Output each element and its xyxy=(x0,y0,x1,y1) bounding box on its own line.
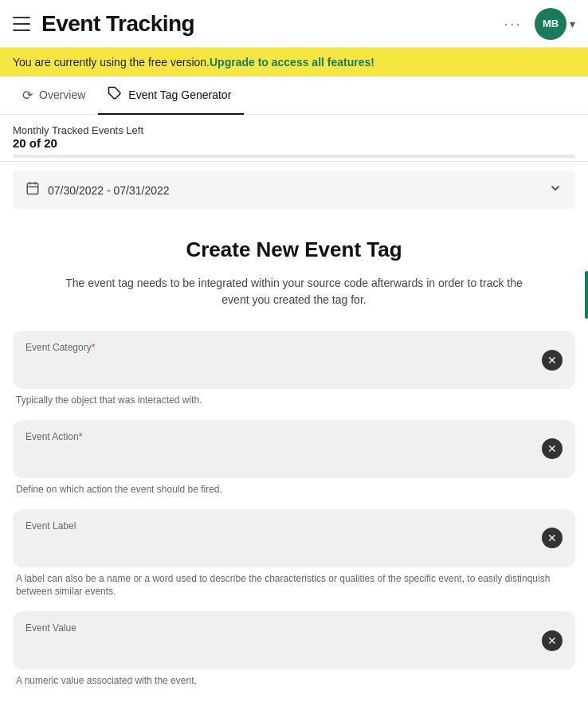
progress-bar xyxy=(13,155,575,158)
date-picker[interactable]: 07/30/2022 - 07/31/2022 xyxy=(13,171,575,209)
event-value-clear-button[interactable]: ✕ xyxy=(542,630,563,651)
stats-bar: Monthly Tracked Events Left 20 of 20 xyxy=(0,115,588,162)
event-action-field[interactable]: Event Action* ✕ xyxy=(13,420,575,478)
tab-overview[interactable]: ⟳ Overview xyxy=(13,77,98,115)
stats-value: 20 of 20 xyxy=(13,136,575,150)
avatar[interactable]: MB xyxy=(535,8,566,40)
hamburger-menu-icon[interactable] xyxy=(13,17,30,31)
event-label-clear-button[interactable]: ✕ xyxy=(542,528,563,548)
overview-tab-icon: ⟳ xyxy=(22,88,33,103)
progress-bar-fill xyxy=(13,155,575,158)
event-label-label: Event Label xyxy=(25,520,534,532)
stats-label: Monthly Tracked Events Left xyxy=(13,124,575,136)
event-category-input[interactable] xyxy=(25,355,534,377)
form-title: Create New Event Tag xyxy=(13,237,575,262)
header: Event Tracking ··· MB ▾ xyxy=(0,0,588,48)
page-title: Event Tracking xyxy=(41,11,504,37)
header-right: ··· MB ▾ xyxy=(504,8,575,40)
event-category-clear-button[interactable]: ✕ xyxy=(542,350,563,371)
event-label-input[interactable] xyxy=(25,533,534,555)
tab-event-tag-generator[interactable]: Event Tag Generator xyxy=(98,77,244,115)
event-label-hint: A label can also be a name or a word use… xyxy=(13,572,575,599)
tab-overview-label: Overview xyxy=(39,88,85,101)
more-options-icon[interactable]: ··· xyxy=(504,14,522,33)
event-value-wrapper: Event Value xyxy=(25,622,534,658)
event-label-container: Event Label ✕ A label can also be a name… xyxy=(13,509,575,599)
event-action-wrapper: Event Action* xyxy=(25,431,534,467)
event-category-wrapper: Event Category* xyxy=(25,342,534,378)
event-value-hint: A numeric value associated with the even… xyxy=(13,674,575,688)
avatar-chevron-icon[interactable]: ▾ xyxy=(570,18,575,30)
event-value-field[interactable]: Event Value ✕ xyxy=(13,611,575,669)
event-category-hint: Typically the object that was interacted… xyxy=(13,394,575,407)
event-tag-tab-icon xyxy=(108,86,122,104)
event-value-label: Event Value xyxy=(25,622,534,634)
svg-rect-1 xyxy=(27,183,38,194)
event-category-field[interactable]: Event Category* ✕ xyxy=(13,331,575,389)
main-content: Create New Event Tag The event tag needs… xyxy=(0,218,588,713)
event-value-input[interactable] xyxy=(25,635,534,657)
form-description: The event tag needs to be integrated wit… xyxy=(55,275,533,308)
tabs-container: ⟳ Overview Event Tag Generator xyxy=(0,77,588,115)
upgrade-banner: You are currently using the free version… xyxy=(0,48,588,77)
event-category-label: Event Category* xyxy=(25,342,534,353)
date-picker-inner: 07/30/2022 - 07/31/2022 xyxy=(25,181,170,199)
event-action-input[interactable] xyxy=(25,444,534,466)
date-picker-chevron-icon xyxy=(548,181,563,199)
calendar-icon xyxy=(25,181,40,199)
event-category-container: Event Category* ✕ Typically the object t… xyxy=(13,331,575,407)
event-label-field[interactable]: Event Label ✕ xyxy=(13,509,575,567)
page-wrapper: Event Tracking ··· MB ▾ You are currentl… xyxy=(0,0,588,713)
tab-event-tag-generator-label: Event Tag Generator xyxy=(128,88,231,101)
event-action-clear-button[interactable]: ✕ xyxy=(542,438,563,459)
event-action-container: Event Action* ✕ Define on which action t… xyxy=(13,420,575,496)
event-action-hint: Define on which action the event should … xyxy=(13,483,575,496)
event-action-label: Event Action* xyxy=(25,431,534,442)
date-range-text: 07/30/2022 - 07/31/2022 xyxy=(48,184,170,197)
event-label-wrapper: Event Label xyxy=(25,520,534,556)
event-value-container: Event Value ✕ A numeric value associated… xyxy=(13,611,575,688)
banner-text: You are currently using the free version… xyxy=(13,56,210,69)
upgrade-link[interactable]: Upgrade to access all features! xyxy=(210,56,374,69)
